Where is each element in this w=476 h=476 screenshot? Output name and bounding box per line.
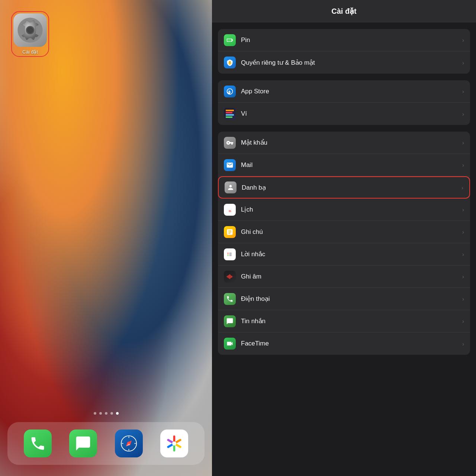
settings-header: Cài đặt xyxy=(212,0,476,22)
settings-app-icon[interactable] xyxy=(13,13,47,47)
calendar-icon: 31 xyxy=(224,204,236,216)
notes-svg xyxy=(226,228,234,236)
notes-chevron: › xyxy=(462,229,464,235)
settings-item-voicememo[interactable]: Ghi âm › xyxy=(218,266,470,288)
reminders-chevron: › xyxy=(462,251,464,257)
settings-item-sms[interactable]: Tin nhắn › xyxy=(218,310,470,332)
svg-point-17 xyxy=(228,253,229,254)
settings-item-pin[interactable]: Pin › xyxy=(218,29,470,51)
settings-panel: Cài đặt Pin › xyxy=(212,0,476,476)
settings-item-reminders[interactable]: Lời nhắc › xyxy=(218,243,470,266)
voicememo-svg xyxy=(226,273,234,280)
phone2-svg xyxy=(226,295,234,303)
appstore-svg: A xyxy=(226,88,234,95)
calendar-label: Lịch xyxy=(241,206,462,213)
appstore-icon: A xyxy=(224,86,236,97)
reminders-label: Lời nhắc xyxy=(241,250,462,258)
dock-safari-icon[interactable] xyxy=(115,430,143,457)
facetime-svg xyxy=(226,340,234,347)
settings-item-appstore[interactable]: A App Store › xyxy=(218,80,470,103)
svg-text:A: A xyxy=(228,90,231,93)
photos-svg-icon xyxy=(166,435,183,452)
phone2-icon xyxy=(224,293,236,305)
settings-item-phone[interactable]: Điện thoại › xyxy=(218,288,470,310)
contacts-icon xyxy=(225,181,237,193)
wallet-chevron: › xyxy=(462,111,464,117)
dot-5-active xyxy=(116,412,119,415)
battery-svg xyxy=(226,36,234,44)
mail-icon xyxy=(224,159,236,171)
mail-label: Mail xyxy=(241,161,462,169)
svg-rect-28 xyxy=(231,276,232,277)
svg-rect-29 xyxy=(232,276,233,277)
settings-item-notes[interactable]: Ghi chú › xyxy=(218,221,470,243)
passwords-chevron: › xyxy=(462,139,464,146)
dock-phone-icon[interactable] xyxy=(24,430,52,457)
notes-label: Ghi chú xyxy=(241,228,462,236)
page-dots xyxy=(0,412,212,415)
facetime-icon xyxy=(224,338,236,350)
dot-4 xyxy=(110,412,113,415)
appstore-chevron: › xyxy=(462,88,464,94)
phone-svg-icon xyxy=(29,435,46,452)
appstore-label: App Store xyxy=(241,88,462,95)
privacy-svg: ✋ xyxy=(226,59,234,66)
messages-svg-icon xyxy=(75,435,91,452)
reminders-icon xyxy=(224,248,236,260)
contacts-chevron: › xyxy=(461,184,463,191)
settings-list: Pin › ✋ Quyền riêng tư & Bảo mật › xyxy=(212,22,476,476)
sms-chevron: › xyxy=(462,318,464,324)
dot-1 xyxy=(94,412,96,415)
svg-rect-12 xyxy=(232,39,233,41)
passwords-svg xyxy=(226,139,234,147)
settings-item-mail[interactable]: Mail › xyxy=(218,154,470,176)
gear-icon xyxy=(17,17,43,43)
voicememo-chevron: › xyxy=(462,273,464,280)
svg-point-19 xyxy=(228,255,229,256)
calendar-svg: 31 xyxy=(226,206,234,213)
svg-rect-27 xyxy=(231,275,231,278)
settings-group-2: A App Store › Ví › xyxy=(218,80,470,125)
contacts-svg xyxy=(227,184,234,191)
svg-rect-20 xyxy=(229,253,232,253)
settings-item-contacts[interactable]: Danh bạ › xyxy=(218,176,470,199)
settings-item-privacy[interactable]: ✋ Quyền riêng tư & Bảo mật › xyxy=(218,51,470,74)
settings-item-passwords[interactable]: Mật khẩu › xyxy=(218,132,470,154)
sms-icon xyxy=(224,315,236,327)
pin-chevron: › xyxy=(462,37,464,43)
dot-2 xyxy=(99,412,102,415)
dock-messages-icon[interactable] xyxy=(69,430,97,457)
svg-point-18 xyxy=(228,254,229,255)
settings-app-icon-wrapper[interactable]: Cài đặt xyxy=(11,11,49,57)
wallet-icon xyxy=(224,108,236,120)
wallpaper xyxy=(0,0,212,476)
notes-icon xyxy=(224,226,236,238)
safari-svg-icon xyxy=(120,435,137,452)
settings-item-facetime[interactable]: FaceTime › xyxy=(218,332,470,355)
dock-photos-icon[interactable] xyxy=(160,430,188,457)
reminders-svg xyxy=(226,251,234,258)
sms-label: Tin nhắn xyxy=(241,317,462,325)
settings-item-wallet[interactable]: Ví › xyxy=(218,103,470,125)
svg-point-2 xyxy=(27,27,33,33)
svg-rect-24 xyxy=(228,275,228,278)
wallet-label: Ví xyxy=(241,110,462,118)
voicememo-label: Ghi âm xyxy=(241,273,462,280)
settings-item-calendar[interactable]: 31 Lịch › xyxy=(218,199,470,221)
passwords-label: Mật khẩu xyxy=(241,139,462,147)
calendar-chevron: › xyxy=(462,206,464,213)
svg-rect-13 xyxy=(227,39,232,41)
svg-point-10 xyxy=(172,441,176,446)
svg-rect-21 xyxy=(229,254,232,255)
privacy-icon: ✋ xyxy=(224,57,236,68)
settings-group-1: Pin › ✋ Quyền riêng tư & Bảo mật › xyxy=(218,29,470,74)
home-screen: Cài đặt xyxy=(0,0,212,476)
sms-svg xyxy=(226,318,234,325)
settings-icon-label: Cài đặt xyxy=(22,49,38,55)
privacy-chevron: › xyxy=(462,60,464,66)
voicememo-icon xyxy=(224,271,236,283)
phone-chevron: › xyxy=(462,296,464,302)
settings-title: Cài đặt xyxy=(331,7,357,16)
svg-rect-26 xyxy=(229,274,230,279)
svg-text:31: 31 xyxy=(229,209,232,212)
